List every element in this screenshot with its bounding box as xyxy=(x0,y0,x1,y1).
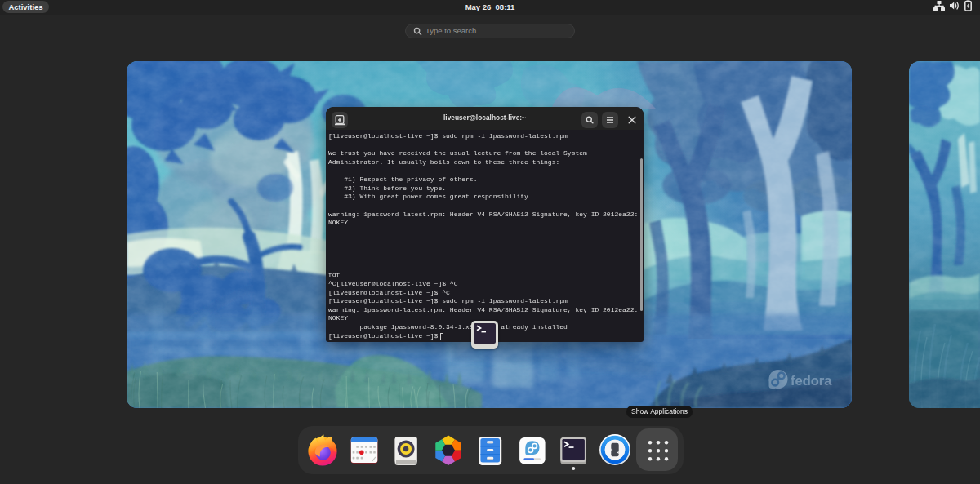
svg-text:fedora: fedora xyxy=(791,373,832,388)
